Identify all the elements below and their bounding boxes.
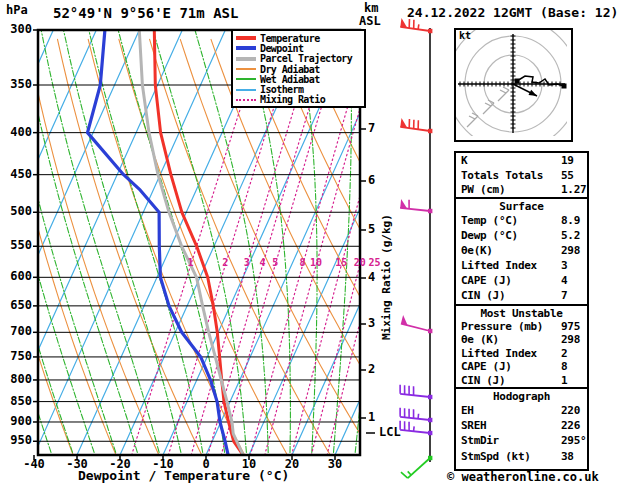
datetime-label: 24.12.2022 12GMT (Base: 12) <box>407 6 618 20</box>
row-value: 19 <box>561 154 574 169</box>
table-row: θe (K)298 <box>461 333 587 346</box>
mixing-ratio-line-label: 25 <box>367 258 383 269</box>
lcl-label: LCL <box>379 426 401 439</box>
mixing-ratio-line-label: 1 <box>183 258 199 269</box>
table-row: Pressure (mb)975 <box>461 320 587 333</box>
legend-box: TemperatureDewpointParcel TrajectoryDry … <box>231 29 366 108</box>
mixing-ratio-line-label: 10 <box>308 258 324 269</box>
legend-item-dewpoint: Dewpoint <box>236 43 364 53</box>
legend-line-sample <box>236 89 256 91</box>
legend-item-isotherm: Isotherm <box>236 84 364 94</box>
km-tick-label: 3 <box>368 317 375 330</box>
row-value: 298 <box>561 243 580 258</box>
km-tick-label: 7 <box>368 122 375 135</box>
hodograph-stats-panel: Hodograph EH220SREH226StmDir295°StmSpd (… <box>454 387 589 471</box>
legend-item-dry-adiabat: Dry Adiabat <box>236 64 364 74</box>
row-value: 2 <box>561 347 567 360</box>
station-title: 52°49'N 9°56'E 71m ASL <box>53 6 238 21</box>
legend-item-parcel-trajectory: Parcel Trajectory <box>236 54 364 64</box>
pressure-tick-label: 950 <box>2 434 32 447</box>
asl-unit-label: ASL <box>359 15 381 28</box>
surface-panel-title: Surface <box>461 200 587 213</box>
most-unstable-panel: Most Unstable Pressure (mb)975θe (K)298L… <box>454 304 589 392</box>
pressure-tick-label: 400 <box>2 126 32 139</box>
row-label: StmSpd (kt) <box>461 450 531 463</box>
row-label: Lifted Index <box>461 259 537 272</box>
table-row: Totals Totals55 <box>461 169 587 184</box>
km-tick-label: 4 <box>368 271 375 284</box>
row-label: StmDir <box>461 434 499 447</box>
table-row: θe(K)298 <box>461 243 587 258</box>
table-row: CIN (J)1 <box>461 374 587 387</box>
legend-line-sample <box>236 46 256 50</box>
row-label: CIN (J) <box>461 374 505 387</box>
legend-line-sample <box>236 36 256 40</box>
row-value: 5.2 <box>561 228 580 243</box>
pressure-tick-label: 800 <box>2 373 32 386</box>
row-value: 298 <box>561 333 580 346</box>
row-label: θe(K) <box>461 244 493 257</box>
pressure-tick-label: 550 <box>2 239 32 252</box>
legend-line-sample <box>236 99 256 101</box>
pressure-tick-label: 500 <box>2 205 32 218</box>
row-value: 1.27 <box>561 183 586 198</box>
temp-tick-label: -40 <box>19 458 49 471</box>
temp-tick-label: -10 <box>148 458 178 471</box>
row-value: 226 <box>561 418 580 433</box>
row-label: K <box>461 154 467 167</box>
copyright-credit: © weatheronline.co.uk <box>447 471 599 484</box>
pressure-tick-label: 600 <box>2 270 32 283</box>
wind-barb-column <box>400 18 432 478</box>
legend-line-sample <box>236 78 256 80</box>
table-row: K19 <box>461 154 587 169</box>
row-label: SREH <box>461 419 486 432</box>
row-label: CAPE (J) <box>461 360 512 373</box>
hodograph-stats-title: Hodograph <box>461 390 587 403</box>
row-label: Lifted Index <box>461 347 537 360</box>
mixing-ratio-line-label: 5 <box>267 258 283 269</box>
row-label: PW (cm) <box>461 183 505 196</box>
table-row: StmDir295° <box>461 433 587 448</box>
legend-line-sample <box>236 68 256 70</box>
stability-indices-panel: K19Totals Totals55PW (cm)1.27 <box>454 151 589 202</box>
row-value: 55 <box>561 169 574 184</box>
pressure-tick-label: 700 <box>2 325 32 338</box>
row-value: 7 <box>561 288 567 303</box>
table-row: CAPE (J)4 <box>461 273 587 288</box>
row-value: 975 <box>561 320 580 333</box>
x-axis-label: Dewpoint / Temperature (°C) <box>78 469 289 483</box>
table-row: EH220 <box>461 403 587 418</box>
table-row: Lifted Index2 <box>461 347 587 360</box>
row-value: 8 <box>561 360 567 373</box>
row-value: 295° <box>561 433 586 448</box>
table-row: Temp (°C)8.9 <box>461 213 587 228</box>
most-unstable-panel-title: Most Unstable <box>461 307 587 320</box>
table-row: Lifted Index3 <box>461 258 587 273</box>
row-value: 3 <box>561 258 567 273</box>
temp-tick-label: 0 <box>191 458 221 471</box>
row-value: 220 <box>561 403 580 418</box>
hodograph-panel: kt <box>454 28 573 142</box>
legend-item-wet-adiabat: Wet Adiabat <box>236 74 364 84</box>
mixing-ratio-line-label: 3 <box>239 258 255 269</box>
table-row: StmSpd (kt)38 <box>461 449 587 464</box>
row-label: Temp (°C) <box>461 214 518 227</box>
row-value: 1 <box>561 374 567 387</box>
temp-tick-label: 20 <box>277 458 307 471</box>
km-tick-label: 1 <box>368 411 375 424</box>
legend-item-label: Mixing Ratio <box>260 94 325 105</box>
hodograph-plot <box>456 30 567 136</box>
row-value: 38 <box>561 449 574 464</box>
mixing-ratio-line-label: 2 <box>217 258 233 269</box>
pressure-tick-label: 850 <box>2 395 32 408</box>
legend-line-sample <box>236 57 256 61</box>
row-value: 8.9 <box>561 213 580 228</box>
row-label: Totals Totals <box>461 169 543 182</box>
row-label: EH <box>461 404 474 417</box>
table-row: CAPE (J)8 <box>461 360 587 373</box>
km-tick-label: 5 <box>368 223 375 236</box>
pressure-tick-label: 900 <box>2 415 32 428</box>
row-label: θe (K) <box>461 333 499 346</box>
row-label: CIN (J) <box>461 289 505 302</box>
legend-item-temperature: Temperature <box>236 33 364 43</box>
